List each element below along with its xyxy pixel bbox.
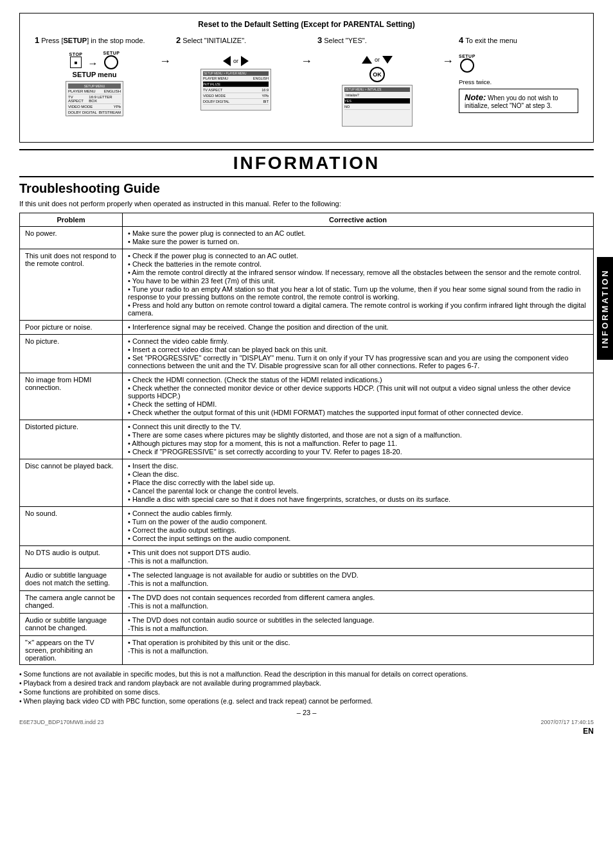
arrow-icon: →	[88, 58, 98, 69]
step-3: 3 Select "YES". or OK SETUP MENU > INITI…	[312, 35, 442, 132]
action-line: • Connect the audio cables firmly.	[128, 509, 588, 517]
setup-label-step4: SETUP	[459, 54, 475, 58]
action-cell: • Check the HDMI connection. (Check the …	[123, 373, 594, 420]
reset-box: Reset to the Default Setting (Except for…	[19, 13, 594, 143]
col-action: Corrective action	[123, 213, 594, 227]
problem-cell: Audio or subtitle language cannot be cha…	[20, 614, 123, 636]
action-line: • Place the disc correctly with the labe…	[128, 479, 588, 486]
table-row: No DTS audio is output.• This unit does …	[20, 546, 594, 569]
step3-title: Select "YES".	[324, 37, 367, 44]
step3-diagram: or OK SETUP MENU > INITIALIZE Initialize…	[317, 51, 437, 129]
action-line: • Insert a correct video disc that can b…	[128, 346, 588, 353]
step1-screen: SETUP MENU PLAYER MENUENGLISH TV ASPECT1…	[66, 81, 123, 116]
step-1: 1 Press [SETUP] in the stop mode. STOP ■…	[30, 35, 159, 122]
note-title: Note:	[465, 93, 486, 102]
step1-diagram: STOP ■ → SETUP SETUP menu SETUP MENU PLA…	[35, 51, 154, 119]
step4-number: 4	[459, 35, 463, 45]
action-cell: • The DVD does not contain audio source …	[123, 614, 594, 636]
ok-button-icon: OK	[369, 67, 385, 82]
step1-number: 1	[35, 35, 39, 45]
action-cell: • Connect the audio cables firmly.• Turn…	[123, 507, 594, 546]
setup-label-step1: SETUP	[103, 51, 120, 55]
en-label: EN	[19, 727, 594, 736]
table-row: Audio or subtitle language does not matc…	[20, 569, 594, 591]
problem-cell: No picture.	[20, 335, 123, 373]
table-row: Poor picture or noise.• Interference sig…	[20, 321, 594, 335]
step-4: 4 To exit the menu SETUP Press twice. No…	[454, 35, 583, 113]
action-line: • Check whether the connected monitor de…	[128, 384, 588, 400]
action-line: • Check the setting of HDMI.	[128, 400, 588, 408]
trouble-table: Problem Corrective action No power.• Mak…	[19, 213, 594, 665]
setup-menu-label: SETUP menu	[73, 71, 117, 78]
step2-title: Select "INITIALIZE".	[182, 37, 246, 44]
action-line: • Clean the disc.	[128, 470, 588, 478]
problem-cell: No DTS audio is output.	[20, 546, 123, 569]
problem-cell: No sound.	[20, 507, 123, 546]
action-line: • Make sure the power is turned on.	[128, 238, 588, 245]
up-arrow-icon	[362, 56, 372, 64]
screen2-row2: TV ASPECT16:9	[203, 87, 269, 93]
intro-text: If this unit does not perform properly w…	[19, 200, 594, 208]
footer-note: Playback from a desired track and random…	[19, 679, 594, 687]
press-twice-label: Press twice.	[459, 78, 492, 85]
footer-note: Some functions are prohibited on some di…	[19, 688, 594, 696]
stop-label: STOP	[69, 52, 83, 57]
step3-number: 3	[317, 35, 322, 45]
action-line: -This is not a malfunction.	[128, 624, 588, 632]
screen2-row3: VIDEO MODEYPb	[203, 93, 269, 99]
action-cell: • Interference signal may be received. C…	[123, 321, 594, 335]
action-line: • Interference signal may be received. C…	[128, 323, 588, 331]
note-box: Note: When you do not wish to initialize…	[459, 89, 578, 113]
action-cell: • Connect this unit directly to the TV.•…	[123, 420, 594, 459]
screen3-yes: YES	[344, 98, 410, 104]
problem-cell: Poor picture or noise.	[20, 321, 123, 335]
action-line: • There are some cases where pictures ma…	[128, 431, 588, 439]
action-line: • You have to be within 23 feet (7m) of …	[128, 277, 588, 285]
action-line: • Cancel the parental lock or change the…	[128, 487, 588, 495]
problem-cell: "×" appears on the TV screen, prohibitin…	[20, 636, 123, 665]
arrow2: →	[301, 35, 312, 68]
action-line: • The selected language is not available…	[128, 571, 588, 579]
screen3-no: NO	[344, 104, 410, 110]
page: Reset to the Default Setting (Except for…	[0, 0, 613, 868]
screen-row3: VIDEO MODEYPb	[68, 104, 121, 110]
action-line: • Make sure the power plug is connected …	[128, 229, 588, 237]
screen2-row1: PLAYER MENUENGLISH	[203, 76, 269, 82]
step2-diagram: or SETUP MENU > PLAYER MENU PLAYER MENUE…	[176, 51, 296, 113]
side-label: INFORMATION	[597, 257, 613, 360]
step-2: 2 Select "INITIALIZE". or SETUP MENU > P…	[171, 35, 301, 116]
table-row: No power.• Make sure the power plug is c…	[20, 227, 594, 249]
problem-cell: Disc cannot be played back.	[20, 459, 123, 507]
stop-button-icon: ■	[70, 57, 82, 68]
action-line: -This is not a malfunction.	[128, 580, 588, 587]
action-cell: • Make sure the power plug is connected …	[123, 227, 594, 249]
action-line: • Handle a disc with special care so tha…	[128, 495, 588, 503]
action-line: • Correct the input settings on the audi…	[128, 535, 588, 542]
troubleshoot-title: Troubleshooting Guide	[19, 181, 594, 196]
date-info: 2007/07/17 17:40:15	[540, 719, 594, 725]
action-line: • Check if the power plug is connected t…	[128, 252, 588, 260]
footer-notes: Some functions are not available in spec…	[19, 670, 594, 705]
problem-cell: Audio or subtitle language does not matc…	[20, 569, 123, 591]
steps-row: 1 Press [SETUP] in the stop mode. STOP ■…	[30, 35, 583, 132]
arrow3: →	[442, 35, 454, 68]
action-cell: • This unit does not support DTS audio.-…	[123, 546, 594, 569]
action-cell: • Check if the power plug is connected t…	[123, 249, 594, 321]
left-arrow-icon	[223, 56, 231, 66]
screen3-prompt: Initialize?	[344, 92, 410, 98]
action-cell: • The DVD does not contain sequences rec…	[123, 591, 594, 614]
action-line: • Check whether the output format of thi…	[128, 409, 588, 416]
page-number: – 23 –	[19, 709, 594, 716]
action-line: • Press and hold any button on remote co…	[128, 301, 588, 317]
step2-screen: SETUP MENU > PLAYER MENU PLAYER MENUENGL…	[200, 69, 271, 111]
step4-title: To exit the menu	[465, 37, 517, 44]
setup-circle-step4	[460, 58, 474, 73]
step2-number: 2	[176, 35, 181, 45]
action-line: -This is not a malfunction.	[128, 602, 588, 610]
arrow1: →	[159, 35, 171, 68]
action-line: • Although pictures may stop for a momen…	[128, 439, 588, 447]
action-line: • Correct the audio output settings.	[128, 526, 588, 534]
table-row: No picture.• Connect the video cable fir…	[20, 335, 594, 373]
or-text-2: or	[233, 58, 238, 64]
table-row: Audio or subtitle language cannot be cha…	[20, 614, 594, 636]
